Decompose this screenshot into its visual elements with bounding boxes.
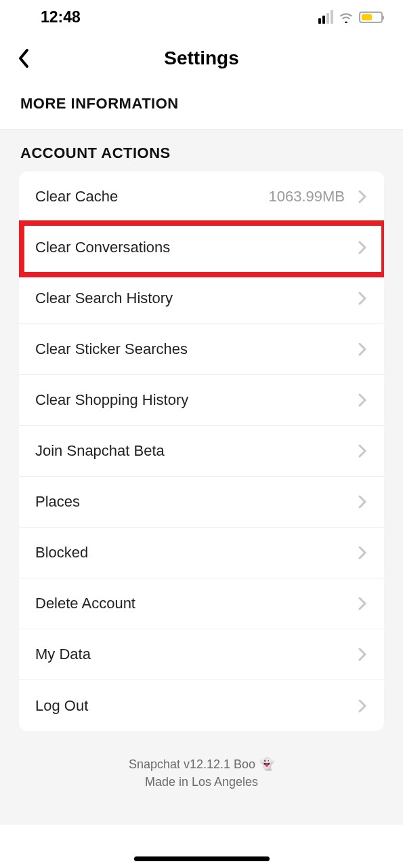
row-my-data[interactable]: My Data — [19, 629, 384, 680]
row-log-out[interactable]: Log Out — [19, 680, 384, 731]
chevron-right-icon — [357, 443, 368, 459]
account-actions-title: ACCOUNT ACTIONS — [0, 142, 403, 172]
row-label: Join Snapchat Beta — [35, 442, 357, 460]
page-header: Settings — [0, 34, 403, 83]
row-label: My Data — [35, 646, 357, 663]
row-label: Clear Sticker Searches — [35, 340, 357, 358]
footer-location: Made in Los Angeles — [0, 773, 403, 791]
row-label: Places — [35, 493, 357, 511]
chevron-right-icon — [357, 698, 368, 714]
row-clear-conversations[interactable]: Clear Conversations — [19, 222, 384, 273]
back-button[interactable] — [12, 46, 37, 71]
chevron-right-icon — [357, 545, 368, 561]
row-label: Clear Shopping History — [35, 391, 357, 409]
row-delete-account[interactable]: Delete Account — [19, 578, 384, 629]
battery-icon — [359, 12, 383, 23]
row-label: Clear Cache — [35, 188, 268, 205]
row-label: Log Out — [35, 697, 357, 715]
footer-version: Snapchat v12.12.1 Boo — [129, 755, 255, 773]
row-clear-shopping-history[interactable]: Clear Shopping History — [19, 375, 384, 426]
row-clear-sticker-searches[interactable]: Clear Sticker Searches — [19, 324, 384, 375]
row-value: 1063.99MB — [268, 188, 345, 205]
row-clear-cache[interactable]: Clear Cache 1063.99MB — [19, 172, 384, 222]
row-blocked[interactable]: Blocked — [19, 528, 384, 578]
more-information-title: MORE INFORMATION — [20, 95, 383, 113]
footer: Snapchat v12.12.1 Boo 👻 Made in Los Ange… — [0, 755, 403, 791]
cellular-signal-icon — [318, 10, 333, 24]
page-title: Settings — [0, 47, 403, 69]
status-bar: 12:48 — [0, 0, 403, 34]
wifi-icon — [339, 12, 354, 23]
chevron-right-icon — [357, 341, 368, 357]
row-label: Delete Account — [35, 595, 357, 612]
account-actions-region: ACCOUNT ACTIONS Clear Cache 1063.99MB Cl… — [0, 130, 403, 825]
account-actions-card: Clear Cache 1063.99MB Clear Conversation… — [19, 172, 384, 731]
chevron-right-icon — [357, 392, 368, 408]
chevron-right-icon — [357, 646, 368, 663]
status-time: 12:48 — [41, 8, 81, 26]
chevron-right-icon — [357, 290, 368, 307]
chevron-left-icon — [18, 48, 31, 68]
status-right — [318, 10, 383, 24]
ghost-icon: 👻 — [259, 755, 274, 773]
row-places[interactable]: Places — [19, 477, 384, 528]
chevron-right-icon — [357, 239, 368, 256]
chevron-right-icon — [357, 494, 368, 510]
chevron-right-icon — [357, 595, 368, 612]
row-join-snapchat-beta[interactable]: Join Snapchat Beta — [19, 426, 384, 477]
more-information-section: MORE INFORMATION — [0, 83, 403, 130]
row-label: Blocked — [35, 544, 357, 561]
chevron-right-icon — [357, 189, 368, 205]
row-clear-search-history[interactable]: Clear Search History — [19, 273, 384, 324]
row-label: Clear Conversations — [35, 239, 357, 256]
row-label: Clear Search History — [35, 290, 357, 307]
home-indicator — [134, 856, 270, 861]
